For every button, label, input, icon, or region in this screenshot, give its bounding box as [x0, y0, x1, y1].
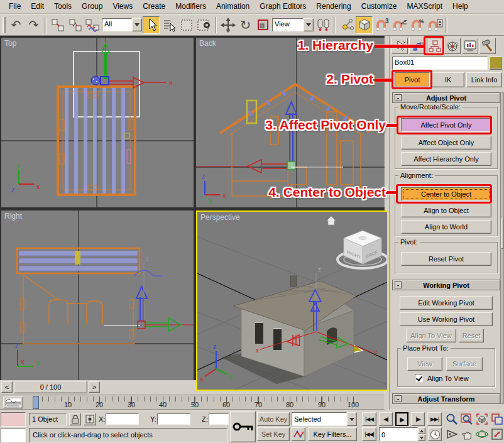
menu-modifiers[interactable]: Modifiers — [170, 0, 211, 13]
track-bar[interactable]: 0 10 20 30 40 50 60 70 80 90 100 — [0, 395, 385, 410]
working-pivot-rollout-header[interactable]: - Working Pivot — [392, 280, 500, 290]
menu-edit[interactable]: Edit — [26, 0, 49, 13]
viewport-back-label[interactable]: Back — [199, 39, 216, 48]
adjust-pivot-rollout-header[interactable]: - Adjust Pivot — [392, 92, 500, 103]
frame-spinner[interactable] — [418, 427, 425, 441]
mini-curve-editor-button[interactable] — [3, 397, 23, 408]
select-and-scale-button[interactable] — [255, 16, 271, 34]
tab-display[interactable] — [462, 38, 478, 54]
menu-help[interactable]: Help — [447, 0, 473, 13]
orbit-view-button[interactable] — [475, 427, 489, 441]
selection-filter-arrow[interactable] — [132, 18, 142, 31]
menu-customize[interactable]: Customize — [356, 0, 402, 13]
pan-view-button[interactable] — [460, 427, 474, 441]
window-crossing-toggle-button[interactable] — [195, 16, 212, 34]
select-by-name-button[interactable] — [160, 16, 177, 34]
align-to-view-button[interactable]: Align To View — [406, 329, 456, 342]
affect-object-only-button[interactable]: Affect Object Only — [401, 136, 491, 150]
viewport-right-label[interactable]: Right — [4, 212, 22, 221]
select-and-move-button[interactable] — [219, 16, 236, 34]
y-coordinate-field[interactable] — [157, 413, 190, 425]
set-key-button[interactable]: Set Key — [257, 427, 290, 441]
zoom-extents-button[interactable] — [475, 412, 489, 426]
tab-utilities[interactable] — [479, 38, 496, 54]
field-of-view-button[interactable] — [445, 427, 459, 441]
affect-hierarchy-only-button[interactable]: Affect Hierarchy Only — [401, 152, 491, 166]
default-in-out-tangent-button[interactable] — [292, 427, 305, 441]
selection-filter-dropdown[interactable]: All — [102, 18, 142, 31]
align-to-view-checkbox[interactable] — [415, 374, 423, 382]
menu-maxscript[interactable]: MAXScript — [402, 0, 447, 13]
snaps-toggle-button[interactable] — [356, 16, 373, 34]
align-to-object-button[interactable]: Align to Object — [401, 204, 491, 217]
reset-working-pivot-button[interactable]: Reset — [459, 329, 484, 342]
z-coordinate-field[interactable] — [209, 413, 229, 425]
current-frame-marker[interactable] — [33, 396, 39, 409]
object-color-swatch[interactable] — [490, 57, 502, 70]
time-slider-handle[interactable]: 0 / 100 — [14, 381, 87, 393]
menu-create[interactable]: Create — [138, 0, 170, 13]
undo-button[interactable]: ↶ — [8, 16, 25, 34]
previous-frame-button[interactable]: ◀| — [379, 412, 393, 426]
time-configuration-button[interactable] — [428, 427, 442, 441]
zoom-button[interactable] — [445, 412, 459, 426]
panel-scrollbar[interactable] — [500, 92, 504, 404]
menu-animation[interactable]: Animation — [211, 0, 255, 13]
chevron-down-icon[interactable] — [347, 412, 357, 426]
viewport-perspective-label[interactable]: Perspective — [200, 213, 240, 222]
key-mode-toggle-button[interactable]: |◀◀| — [362, 427, 376, 441]
angle-snap-button[interactable] — [391, 16, 408, 34]
menu-graph-editors[interactable]: Graph Editors — [255, 0, 311, 13]
tab-motion[interactable] — [444, 38, 461, 54]
panel-scrollbar-thumb[interactable] — [501, 219, 503, 249]
key-filters-button[interactable]: Key Filters... — [308, 427, 357, 441]
reset-pivot-button[interactable]: Reset Pivot — [401, 252, 491, 266]
place-pivot-surface-button[interactable]: Surface — [446, 357, 483, 371]
viewport-perspective[interactable]: z x y — [196, 211, 388, 391]
align-to-world-button[interactable]: Align to World — [401, 220, 491, 234]
place-pivot-view-button[interactable]: View — [407, 357, 442, 371]
auto-key-button[interactable]: Auto Key — [257, 412, 290, 426]
spinner-up-icon[interactable] — [418, 427, 425, 434]
link-info-mode-button[interactable]: Link Info — [466, 72, 502, 87]
select-object-button[interactable] — [143, 16, 160, 34]
x-coordinate-field[interactable] — [106, 413, 139, 425]
zoom-extents-all-button[interactable] — [490, 412, 503, 426]
viewport-top-label[interactable]: Top — [4, 39, 16, 48]
absolute-offset-toggle-button[interactable] — [84, 413, 96, 425]
menu-group[interactable]: Group — [77, 0, 107, 13]
adjust-transform-rollout-header[interactable]: - Adjust Transform — [392, 393, 500, 404]
menu-rendering[interactable]: Rendering — [311, 0, 356, 13]
reference-coordinate-dropdown[interactable]: View — [272, 18, 314, 31]
current-frame-field[interactable]: 0 — [379, 427, 418, 441]
viewport-top[interactable]: x y x z Top — [1, 38, 194, 207]
snap-3d-button[interactable]: 3 — [373, 16, 390, 34]
unlink-selection-button[interactable] — [67, 16, 84, 34]
menu-views[interactable]: Views — [107, 0, 138, 13]
toolbar-grip[interactable] — [3, 17, 6, 33]
object-name-field[interactable]: Box01 — [392, 57, 488, 70]
script-listener-pane[interactable] — [1, 428, 26, 442]
spinner-snap-button[interactable] — [426, 16, 443, 34]
macro-recorder-pane[interactable] — [1, 412, 26, 427]
maximize-viewport-toggle-button[interactable] — [490, 427, 503, 441]
next-frame-button[interactable]: |▶ — [411, 412, 425, 426]
use-working-pivot-button[interactable]: Use Working Pivot — [400, 312, 493, 326]
reference-coordinate-arrow[interactable] — [304, 18, 314, 31]
menu-file[interactable]: File — [4, 0, 26, 13]
select-and-link-button[interactable] — [49, 16, 66, 34]
go-to-start-button[interactable]: |◀◀ — [362, 412, 376, 426]
menu-tools[interactable]: Tools — [49, 0, 77, 13]
select-and-rotate-button[interactable]: ↻ — [237, 16, 254, 34]
time-slider-prev-button[interactable]: < — [1, 381, 13, 393]
percent-snap-button[interactable]: % — [408, 16, 425, 34]
set-keys-button[interactable] — [230, 411, 256, 442]
redo-button[interactable]: ↷ — [25, 16, 42, 34]
ik-mode-button[interactable]: IK — [432, 72, 464, 87]
selection-lock-button[interactable] — [69, 413, 81, 425]
go-to-end-button[interactable]: ▶▶| — [427, 412, 442, 426]
spinner-down-icon[interactable] — [418, 434, 425, 441]
use-center-flyout-button[interactable] — [314, 16, 331, 34]
zoom-all-button[interactable] — [460, 412, 474, 426]
edit-working-pivot-button[interactable]: Edit Working Pivot — [400, 296, 493, 310]
